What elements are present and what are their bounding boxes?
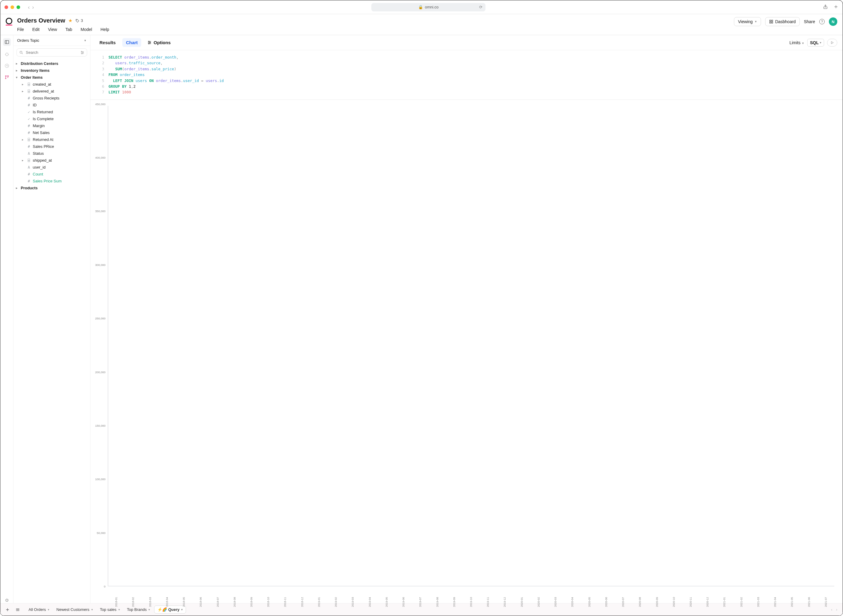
field-tree: ▸Distribution Centers▸Inventory Items▾Or… bbox=[13, 59, 90, 194]
menu-view[interactable]: View bbox=[48, 27, 57, 32]
tab-menu-button[interactable] bbox=[13, 606, 22, 614]
x-tick: 2019-01 bbox=[318, 597, 321, 607]
footer-tab-all-orders[interactable]: All Orders▾ bbox=[25, 606, 52, 613]
stacked-bar-chart: 050,000100,000150,000200,000250,000300,0… bbox=[94, 104, 836, 601]
workspace-tabs: Results Chart Options Limits ▼ SQL▾ bbox=[91, 35, 843, 50]
x-tick: 2020-01 bbox=[520, 597, 523, 607]
x-tick: 2018-02 bbox=[132, 597, 135, 607]
svg-point-18 bbox=[149, 43, 150, 44]
field-net-sales[interactable]: #Net Sales bbox=[13, 129, 90, 136]
footer-tab-newest-customers[interactable]: Newest Customers▾ bbox=[53, 606, 96, 613]
menu-tab[interactable]: Tab bbox=[66, 27, 72, 32]
workspace: Results Chart Options Limits ▼ SQL▾ 1SEL… bbox=[91, 35, 843, 603]
svg-rect-5 bbox=[771, 22, 773, 23]
reload-icon[interactable]: ⟳ bbox=[479, 5, 482, 9]
back-button[interactable]: ‹ bbox=[28, 4, 30, 10]
svg-point-17 bbox=[150, 42, 151, 43]
forward-button[interactable]: › bbox=[32, 4, 34, 10]
rail-branch-icon[interactable] bbox=[4, 74, 10, 80]
field-shipped-at[interactable]: ▸⌸shipped_at bbox=[13, 157, 90, 164]
footer-tab-top-sales[interactable]: Top sales▾ bbox=[97, 606, 123, 613]
tag-icon bbox=[75, 19, 80, 23]
help-icon[interactable]: ? bbox=[819, 19, 825, 24]
field-delivered-at[interactable]: ▸⌸delivered_at bbox=[13, 88, 90, 95]
rail-history-icon[interactable] bbox=[4, 63, 10, 69]
field-margin[interactable]: #Margin bbox=[13, 122, 90, 129]
menu-edit[interactable]: Edit bbox=[32, 27, 40, 32]
tab-chart[interactable]: Chart bbox=[122, 38, 141, 47]
pager-next[interactable]: › bbox=[836, 607, 837, 612]
new-tab-icon[interactable] bbox=[833, 4, 839, 10]
sidebar-search[interactable] bbox=[16, 48, 87, 57]
x-tick: 2018-10 bbox=[267, 597, 270, 607]
rail-sparkle-icon[interactable] bbox=[4, 51, 10, 57]
field-sales-price[interactable]: #Sales PRice bbox=[13, 143, 90, 150]
field-count[interactable]: #Count bbox=[13, 171, 90, 177]
menu-help[interactable]: Help bbox=[101, 27, 109, 32]
section-products[interactable]: ▸Products bbox=[13, 185, 90, 191]
close-window-button[interactable] bbox=[4, 6, 8, 9]
field-id[interactable]: #ID bbox=[13, 101, 90, 109]
field-user-id[interactable]: Auser_id bbox=[13, 164, 90, 171]
x-tick: 2020-04 bbox=[571, 597, 574, 607]
dashboard-button[interactable]: Dasbhoard bbox=[765, 17, 800, 26]
chart-area: 050,000100,000150,000200,000250,000300,0… bbox=[91, 100, 843, 603]
x-tick: 2021-05 bbox=[790, 597, 793, 607]
lock-icon: 🔒 bbox=[418, 5, 423, 9]
x-tick: 2019-03 bbox=[351, 597, 354, 607]
section-order-items[interactable]: ▾Order Items bbox=[13, 74, 90, 81]
sql-editor[interactable]: 1SELECT order_items.order_month,2 users.… bbox=[91, 50, 843, 100]
x-tick: 2021-07 bbox=[824, 597, 827, 607]
caret-down-icon: ▼ bbox=[84, 39, 86, 42]
section-inventory-items[interactable]: ▸Inventory Items bbox=[13, 67, 90, 74]
x-tick: 2021-04 bbox=[774, 597, 777, 607]
footer-tab--query[interactable]: ⚡🌈 Query▾ bbox=[154, 606, 186, 614]
share-icon[interactable] bbox=[823, 4, 828, 10]
app-logo[interactable] bbox=[6, 18, 12, 24]
pager-prev[interactable]: ‹ bbox=[831, 607, 832, 612]
field-is-complete[interactable]: ✓Is Complete bbox=[13, 115, 90, 122]
limits-dropdown[interactable]: Limits ▼ bbox=[790, 40, 804, 45]
rail-debug-icon[interactable] bbox=[4, 597, 10, 603]
x-tick: 2019-07 bbox=[419, 597, 422, 607]
share-link[interactable]: Share bbox=[804, 19, 815, 24]
field-returned-at[interactable]: ▸⌸Returned At bbox=[13, 136, 90, 143]
svg-point-1 bbox=[76, 20, 77, 20]
y-tick: 100,000 bbox=[95, 478, 106, 481]
tab-results[interactable]: Results bbox=[96, 38, 119, 47]
run-button[interactable] bbox=[827, 39, 837, 47]
rail-panel-icon[interactable] bbox=[3, 38, 11, 46]
field-status[interactable]: AStatus bbox=[13, 150, 90, 157]
menu-file[interactable]: File bbox=[17, 27, 24, 32]
user-avatar[interactable]: N bbox=[829, 18, 837, 26]
window-controls bbox=[4, 6, 20, 9]
sql-toggle[interactable]: SQL▾ bbox=[807, 39, 824, 47]
sliders-icon[interactable] bbox=[80, 50, 84, 55]
search-icon bbox=[19, 50, 23, 55]
left-rail bbox=[0, 35, 13, 603]
tag-count[interactable]: 3 bbox=[75, 18, 83, 23]
add-tab-button[interactable] bbox=[3, 606, 12, 614]
favorite-star-icon[interactable]: ★ bbox=[68, 18, 72, 23]
x-tick: 2019-12 bbox=[503, 597, 506, 607]
search-input[interactable] bbox=[26, 50, 78, 55]
fullscreen-window-button[interactable] bbox=[16, 6, 20, 9]
menu-model[interactable]: Model bbox=[81, 27, 92, 32]
x-tick: 2021-02 bbox=[740, 597, 743, 607]
address-bar-wrap: 🔒 omni.co ⟳ bbox=[38, 3, 819, 12]
field-created-at[interactable]: ▸⌸created_at bbox=[13, 81, 90, 88]
section-distribution-centers[interactable]: ▸Distribution Centers bbox=[13, 60, 90, 67]
options-button[interactable]: Options bbox=[147, 40, 171, 45]
field-is-returned[interactable]: ✓Is Returned bbox=[13, 109, 90, 115]
window-titlebar: ‹ › 🔒 omni.co ⟳ bbox=[0, 0, 843, 14]
field-gross-reciepts[interactable]: #Gross Reciepts bbox=[13, 95, 90, 101]
x-tick: 2020-02 bbox=[537, 597, 540, 607]
sidebar-topic-selector[interactable]: Orders Topic ▼ bbox=[13, 35, 90, 46]
address-bar[interactable]: 🔒 omni.co ⟳ bbox=[371, 3, 485, 12]
minimize-window-button[interactable] bbox=[10, 6, 14, 9]
field-sales-price-sum[interactable]: #Sales Price Sum bbox=[13, 177, 90, 185]
viewing-mode-button[interactable]: Viewing▼ bbox=[734, 17, 761, 26]
y-tick: 200,000 bbox=[95, 370, 106, 374]
x-tick: 2018-07 bbox=[216, 597, 219, 607]
svg-rect-2 bbox=[770, 20, 771, 21]
